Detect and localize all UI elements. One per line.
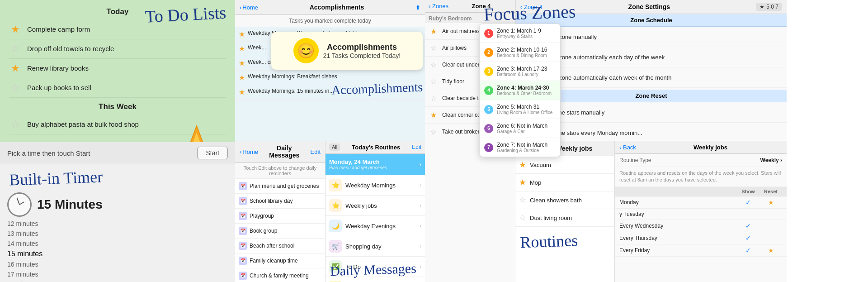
routines-all-button[interactable]: All: [329, 143, 340, 151]
today-section-title: Today: [9, 7, 226, 16]
routine-item-5[interactable]: 😊 Accomplishments 11 Tasks Completed Tod…: [326, 277, 425, 282]
zone-dd-item-6[interactable]: 7 Zone 7: Not in March Gardening & Outsi…: [480, 138, 560, 157]
routines-nav: All Today's Routines Edit: [326, 141, 425, 154]
reset-star-0[interactable]: ★: [760, 199, 782, 206]
wj-item-2[interactable]: ☆ Clean showers bath: [515, 191, 614, 209]
todo-item-5[interactable]: ☆ Buy alphabet pasta at bulk food shop: [9, 115, 226, 134]
daily-msg-2[interactable]: 📅 Playgroup: [235, 209, 325, 224]
weekly-jobs-panel: ‹ Home Weekly jobs ★ Vacuum ★ Mop ☆ Clea…: [515, 141, 615, 282]
daily-msg-3[interactable]: 📅 Book group: [235, 224, 325, 239]
rt-row-4[interactable]: Every Friday ✓ ★: [615, 244, 787, 257]
zone-dd-item-3[interactable]: 4 Zone 4: March 24-30 Bedroom & Other Be…: [480, 81, 560, 100]
timer-start-button[interactable]: Start: [197, 147, 228, 159]
chevron-left-icon: ‹: [240, 4, 241, 11]
routine-star-icon: ⭐: [329, 179, 342, 191]
routine-item-2[interactable]: 🌙 Weekday Evenings ›: [326, 216, 425, 236]
timer-item-2[interactable]: 14 minutes: [7, 239, 228, 249]
rt-row-1[interactable]: y Tuesday: [615, 209, 787, 220]
zone-dd-item-0[interactable]: 1 Zone 1: March 1-9 Entryway & Stairs: [480, 24, 560, 43]
timer-display: 15 Minutes: [0, 191, 235, 219]
routines-highlight-row[interactable]: Monday, 24 March Plan menu and get groce…: [326, 154, 425, 175]
daily-edit-button[interactable]: Edit: [311, 148, 321, 155]
timer-minutes-list: 12 minutes 13 minutes 14 minutes 15 minu…: [0, 219, 235, 282]
chevron-right-icon: ›: [420, 223, 421, 229]
zone-dd-item-2[interactable]: 3 Zone 3: March 17-23 Bathroom & Laundry: [480, 62, 560, 81]
daily-msg-0[interactable]: 📅 Plan menu and get groceries: [235, 179, 325, 194]
show-check-0[interactable]: ✓: [737, 199, 760, 206]
daily-back-button[interactable]: ‹ Home: [240, 148, 258, 155]
routine-item-0[interactable]: ⭐ Weekday Mornings ›: [326, 175, 425, 196]
daily-nav-bar: ‹ Home Daily Messages Edit: [235, 141, 325, 163]
daily-nav-title: Daily Messages: [261, 144, 308, 159]
todo-label-2: Drop off old towels to recycle: [27, 44, 114, 53]
zone-dot-5: 5: [484, 105, 493, 114]
timer-item-6[interactable]: 18 minutes: [7, 279, 228, 282]
star-icon-3: ★: [11, 62, 23, 74]
todo-item-2[interactable]: ☆ Drop off old towels to recycle: [9, 39, 226, 59]
star-icon: ★: [430, 27, 437, 36]
timer-item-3[interactable]: 15 minutes: [7, 249, 228, 259]
timer-item-5[interactable]: 17 minutes: [7, 269, 228, 279]
routine-item-4[interactable]: ✅ To Do ›: [326, 257, 425, 277]
show-check-4[interactable]: ✓: [737, 247, 760, 254]
zones-back-button[interactable]: ‹ Zones: [429, 3, 448, 10]
rr-back-button[interactable]: ‹ Back: [619, 144, 636, 151]
daily-msg-6[interactable]: 📅 Church & family meeting: [235, 268, 325, 282]
zone-dd-item-5[interactable]: 6 Zone 6: Not in March Garage & Car: [480, 119, 560, 138]
wj-item-0[interactable]: ★ Vacuum: [515, 156, 614, 174]
acc-task-3[interactable]: ★ Weekday Mornings: Breakfast dishes: [235, 71, 425, 85]
acc-share-icon[interactable]: ⬆: [415, 4, 420, 11]
daily-msg-hint: Touch Edit above to change daily reminde…: [235, 163, 325, 179]
zone-dropdown: 1 Zone 1: March 1-9 Entryway & Stairs 2 …: [479, 24, 561, 157]
routines-settings-panel: ‹ Back Weekly jobs Routine Type Weekly ›…: [615, 141, 787, 282]
chevron-right-icon: ›: [420, 263, 421, 270]
routine-label-1: Weekly jobs: [345, 202, 416, 209]
timer-item-0[interactable]: 12 minutes: [7, 219, 228, 229]
star-icon: ☆: [519, 195, 526, 205]
todo-item-3[interactable]: ★ Renew library books: [9, 59, 226, 78]
daily-msg-5[interactable]: 📅 Family cleanup time: [235, 253, 325, 268]
timer-item-4[interactable]: 16 minutes: [7, 259, 228, 269]
acc-back-button[interactable]: ‹ Home: [240, 4, 258, 11]
rt-row-0[interactable]: Monday ✓ ★: [615, 196, 787, 209]
timer-handwritten-label: Built-in Timer: [9, 167, 103, 189]
calendar-icon: 📅: [239, 182, 247, 190]
routine-icon: ✅: [329, 260, 342, 273]
star-icon: ★: [239, 73, 245, 82]
calendar-icon: 📅: [239, 257, 247, 265]
acc-subtitle: Tasks you marked complete today: [235, 15, 425, 27]
zone-dot-7: 7: [484, 143, 493, 152]
calendar-icon: 📅: [239, 272, 247, 280]
rt-row-2[interactable]: Every Wednesday ✓: [615, 220, 787, 232]
calendar-icon: 📅: [239, 197, 247, 205]
rt-row-3[interactable]: Every Thursday ✓: [615, 232, 787, 244]
timer-item-1[interactable]: 13 minutes: [7, 229, 228, 239]
star-icon: ★: [519, 177, 526, 187]
zone-dd-item-1[interactable]: 2 Zone 2: March 10-16 Bedroom & Dining R…: [480, 43, 560, 62]
star-icon: ☆: [430, 61, 437, 69]
acc-nav-title: Accomplishments: [261, 4, 413, 11]
wj-item-1[interactable]: ★ Mop: [515, 174, 614, 191]
todo-item-1[interactable]: ★ Complete camp form: [9, 20, 226, 39]
daily-msg-4[interactable]: 📅 Beach after school: [235, 239, 325, 253]
zone-dd-item-4[interactable]: 5 Zone 5: March 31 Living Room & Home Of…: [480, 100, 560, 119]
star-icon: ☆: [430, 94, 437, 103]
routine-type-row[interactable]: Routine Type Weekly ›: [615, 154, 787, 167]
routine-item-3[interactable]: 🛒 Shopping day ›: [326, 236, 425, 257]
star-icon: ★: [239, 30, 245, 38]
acc-task-4[interactable]: ★ Weekday Mornings: 15 minutes in...: [235, 85, 425, 100]
routines-edit-button[interactable]: Edit: [412, 144, 421, 150]
todo-item-4[interactable]: ☆ Pack up books to sell: [9, 78, 226, 98]
panel-acc-daily: ‹ Home Accomplishments ⬆ Tasks you marke…: [235, 0, 425, 282]
timer-prompt: Pick a time then touch Start: [7, 149, 90, 157]
star-icon: ☆: [430, 77, 437, 86]
star-icon: ☆: [430, 128, 437, 136]
wj-item-3[interactable]: ☆ Dust living room: [515, 209, 614, 227]
reset-star-4[interactable]: ★: [760, 247, 782, 254]
routine-item-1[interactable]: ⭐ Weekly jobs ›: [326, 196, 425, 216]
show-check-2[interactable]: ✓: [737, 222, 760, 229]
show-check-3[interactable]: ✓: [737, 234, 760, 242]
chevron-left-icon: ‹: [429, 3, 430, 10]
todo-label-3: Renew library books: [27, 64, 89, 73]
daily-msg-1[interactable]: 📅 School library day: [235, 194, 325, 209]
